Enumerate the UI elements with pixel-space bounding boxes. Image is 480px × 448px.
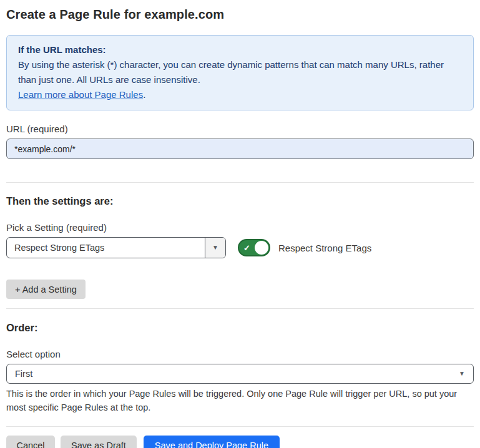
chevron-down-icon: ▼ [212,245,218,251]
info-box-body: By using the asterisk (*) character, you… [18,57,462,87]
url-field-label: URL (required) [6,124,474,134]
link-suffix: . [143,89,145,100]
divider [6,182,474,183]
divider [6,426,474,427]
info-box-heading: If the URL matches: [18,42,462,57]
cancel-button[interactable]: Cancel [6,436,55,448]
setting-toggle-label: Respect Strong ETags [278,243,371,253]
page-title: Create a Page Rule for example.com [6,7,474,22]
order-select-value: First [15,369,459,379]
setting-dropdown-value: Respect Strong ETags [7,238,205,258]
pick-setting-label: Pick a Setting (required) [6,222,474,233]
learn-more-link[interactable]: Learn more about Page Rules [18,89,143,100]
setting-toggle[interactable]: ✓ [238,239,270,256]
order-help-text: This is the order in which your Page Rul… [6,387,471,414]
setting-dropdown-arrow-button[interactable]: ▼ [205,238,225,258]
order-select-label: Select option [6,349,474,359]
url-match-info-box: If the URL matches: By using the asteris… [6,35,474,110]
save-as-draft-button[interactable]: Save as Draft [61,436,137,448]
create-page-rule-panel: Create a Page Rule for example.com If th… [0,0,480,448]
chevron-down-icon: ▼ [459,371,465,377]
order-section-heading: Order: [6,322,474,334]
check-icon: ✓ [243,244,250,252]
info-box-link-line: Learn more about Page Rules. [18,87,462,102]
settings-section-heading: Then the settings are: [6,195,474,207]
add-setting-button[interactable]: + Add a Setting [6,280,86,299]
order-select[interactable]: First ▼ [6,364,474,384]
setting-row: Respect Strong ETags ▼ ✓ Respect Strong … [6,237,474,258]
url-input[interactable] [6,139,474,159]
divider [6,308,474,309]
toggle-knob [255,241,268,255]
setting-dropdown[interactable]: Respect Strong ETags ▼ [6,237,226,258]
save-and-deploy-button[interactable]: Save and Deploy Page Rule [144,436,280,448]
footer-actions: Cancel Save as Draft Save and Deploy Pag… [6,436,474,448]
